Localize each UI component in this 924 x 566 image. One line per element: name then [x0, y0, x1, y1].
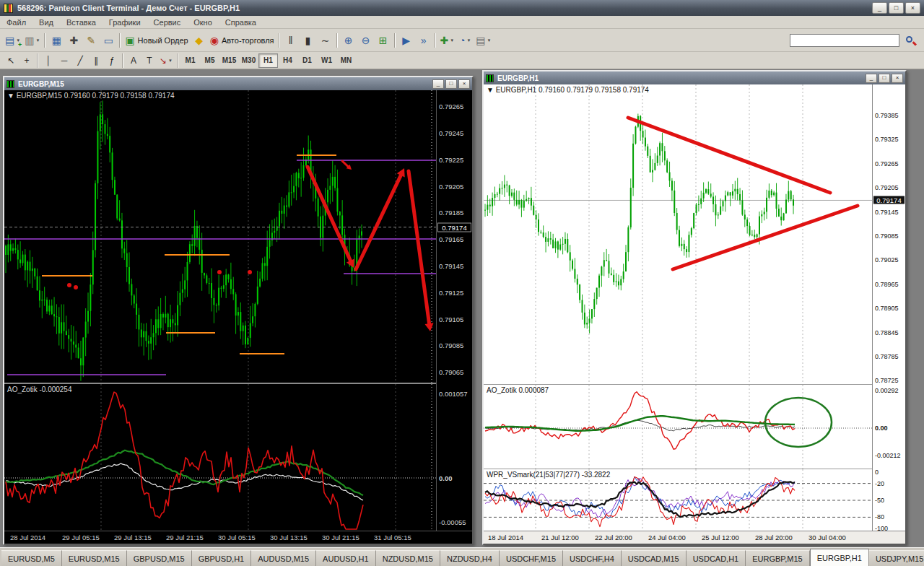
time-axis-label: 18 Jul 2014 [488, 534, 523, 541]
child-restore-button[interactable]: □ [445, 79, 457, 89]
wpr-indicator-pane[interactable]: WPR_VSmark(21|53|77|277) -33.2822 [484, 469, 872, 531]
scale-label: 0.78785 [875, 353, 899, 360]
tab-USDJPY-M15[interactable]: USDJPY,M15 [869, 550, 924, 566]
menu-item[interactable]: Файл [0, 17, 32, 27]
time-axis[interactable]: 18 Jul 201421 Jul 12:0022 Jul 20:0024 Ju… [484, 531, 905, 544]
menu-item[interactable]: Вид [32, 17, 60, 27]
tab-GBPUSD-M15[interactable]: GBPUSD,M15 [127, 550, 192, 566]
tab-GBPUSD-H1[interactable]: GBPUSD,H1 [192, 550, 252, 566]
zoom-in-button[interactable]: ⊕ [340, 32, 357, 49]
timeframe-M1[interactable]: M1 [180, 53, 200, 68]
price-scale[interactable]: 0.792650.792450.792250.792050.791850.791… [436, 90, 472, 531]
child-minimize-button[interactable]: _ [866, 74, 877, 83]
timeframe-H4[interactable]: H4 [278, 53, 297, 68]
indicators-icon: ✚ [440, 35, 449, 46]
auto-scroll-button[interactable]: ▶ [398, 32, 415, 49]
periods-button[interactable]: ◔▼ [456, 32, 474, 49]
terminal-button[interactable]: ▭ [100, 32, 117, 49]
tab-EURGBP-M15[interactable]: EURGBP,M15 [746, 550, 810, 566]
metaeditor-button[interactable]: ◆ [191, 32, 208, 49]
tab-NZDUSD-H4[interactable]: NZDUSD,H4 [440, 550, 500, 566]
restore-button[interactable]: □ [889, 2, 904, 14]
menu-item[interactable]: Графики [103, 17, 147, 27]
timeframe-M30[interactable]: M30 [239, 53, 258, 68]
timeframe-W1[interactable]: W1 [317, 53, 336, 68]
text-label-button[interactable]: T [141, 53, 157, 68]
autotrading-button[interactable]: ◉Авто-торговля [208, 32, 276, 49]
tab-USDCHF-H4[interactable]: USDCHF,H4 [563, 550, 622, 566]
price-chart-pane[interactable]: ▼ EURGBP,H1 0.79160 0.79179 0.79158 0.79… [484, 84, 872, 384]
child-close-button[interactable]: × [892, 74, 903, 83]
new-chart-button[interactable]: ▤+▼ [3, 32, 22, 49]
profiles-button[interactable]: ▥▼ [22, 32, 42, 49]
timeframe-M15[interactable]: M15 [219, 53, 239, 68]
tab-USDCAD-H1[interactable]: USDCAD,H1 [687, 550, 746, 566]
close-button[interactable]: × [905, 2, 920, 14]
chart-window-eurgbp-m15[interactable]: EURGBP,M15 _ □ × ▼ EURGBP,M15 0.79160 0.… [3, 76, 474, 545]
ao-indicator-canvas[interactable] [4, 384, 436, 531]
ao-indicator-canvas[interactable] [484, 385, 872, 469]
price-scale[interactable]: 0.793850.793250.792650.792050.791450.790… [872, 84, 905, 531]
cursor-button[interactable]: ↖ [3, 53, 19, 68]
fibonacci-button[interactable]: ƒ [104, 53, 120, 68]
tab-AUDUSD-M15[interactable]: AUDUSD,M15 [251, 550, 316, 566]
text-label-icon: T [147, 56, 152, 66]
child-close-button[interactable]: × [458, 79, 470, 89]
bar-chart-button[interactable]: ‖ [282, 32, 300, 49]
menu-item[interactable]: Справка [219, 17, 263, 27]
ao-indicator-pane[interactable]: AO_Zotik -0.000254 [4, 384, 436, 531]
chart-window-titlebar[interactable]: EURGBP,H1 _ □ × [484, 71, 905, 84]
tab-EURUSD-M5[interactable]: EURUSD,M5 [1, 550, 62, 566]
scale-label: -80 [875, 513, 884, 521]
new-order-button[interactable]: ▣Новый Ордер [123, 32, 190, 49]
horizontal-line-button[interactable]: ─ [56, 53, 72, 68]
tab-EURGBP-H1[interactable]: EURGBP,H1 [810, 549, 869, 566]
vertical-line-button[interactable]: │ [40, 53, 56, 68]
menu-item[interactable]: Окно [187, 17, 219, 27]
price-chart-pane[interactable]: ▼ EURGBP,M15 0.79160 0.79179 0.79158 0.7… [4, 90, 436, 383]
ao-indicator-pane[interactable]: AO_Zotik 0.000087 [484, 385, 872, 469]
chart-icon [486, 74, 494, 82]
chart-window-titlebar[interactable]: EURGBP,M15 _ □ × [4, 77, 472, 90]
data-window-button[interactable]: ✚ [65, 32, 82, 49]
search-input[interactable] [790, 34, 899, 47]
tab-USDCAD-M15[interactable]: USDCAD,M15 [622, 550, 687, 566]
channel-button[interactable]: ∥ [88, 53, 104, 68]
text-button[interactable]: A [126, 53, 141, 68]
line-chart-button[interactable]: ∼ [317, 32, 334, 49]
menu-item[interactable]: Сервис [147, 17, 188, 27]
timeframe-M5[interactable]: M5 [200, 53, 219, 68]
price-chart-canvas[interactable] [484, 84, 872, 384]
menu-item[interactable]: Вставка [60, 17, 103, 27]
minimize-button[interactable]: _ [872, 2, 887, 14]
tab-AUDUSD-H1[interactable]: AUDUSD,H1 [316, 550, 376, 566]
trendline-button[interactable]: ╱ [72, 53, 88, 68]
tile-windows-button[interactable]: ⊞ [375, 32, 392, 49]
arrows-button[interactable]: ↘▼ [157, 53, 175, 68]
time-axis-label: 25 Jul 12:00 [702, 534, 739, 541]
zoom-out-button[interactable]: ⊖ [357, 32, 375, 49]
chart-shift-button[interactable]: » [415, 32, 432, 49]
child-minimize-button[interactable]: _ [432, 79, 444, 89]
navigator-button[interactable]: ✎ [82, 32, 100, 49]
time-axis-label: 30 Jul 13:15 [270, 534, 308, 541]
market-watch-button[interactable]: ▦ [48, 32, 65, 49]
timeframe-MN[interactable]: MN [336, 53, 356, 68]
tab-EURUSD-M15[interactable]: EURUSD,M15 [62, 550, 127, 566]
tab-NZDUSD-M15[interactable]: NZDUSD,M15 [376, 550, 440, 566]
timeframe-D1[interactable]: D1 [297, 53, 317, 68]
timeframe-H1[interactable]: H1 [258, 53, 278, 68]
templates-button[interactable]: ▤▼ [474, 32, 493, 49]
child-restore-button[interactable]: □ [879, 74, 890, 83]
scale-label: 0.79325 [875, 136, 899, 143]
price-chart-canvas[interactable] [4, 90, 436, 383]
indicators-button[interactable]: ✚▼ [438, 32, 457, 49]
candlestick-chart-button[interactable]: ▮ [300, 32, 317, 49]
ao-indicator-label: AO_Zotik 0.000087 [487, 386, 549, 394]
search-button[interactable] [902, 33, 918, 48]
chart-window-eurgbp-h1[interactable]: EURGBP,H1 _ □ × ▼ EURGBP,H1 0.79160 0.79… [482, 70, 907, 545]
tab-USDCHF-M15[interactable]: USDCHF,M15 [500, 550, 563, 566]
chart-client-area: ▼ EURGBP,H1 0.79160 0.79179 0.79158 0.79… [484, 84, 905, 544]
crosshair-button[interactable]: + [19, 53, 35, 68]
time-axis[interactable]: 28 Jul 201429 Jul 05:1529 Jul 13:1529 Ju… [4, 531, 472, 544]
